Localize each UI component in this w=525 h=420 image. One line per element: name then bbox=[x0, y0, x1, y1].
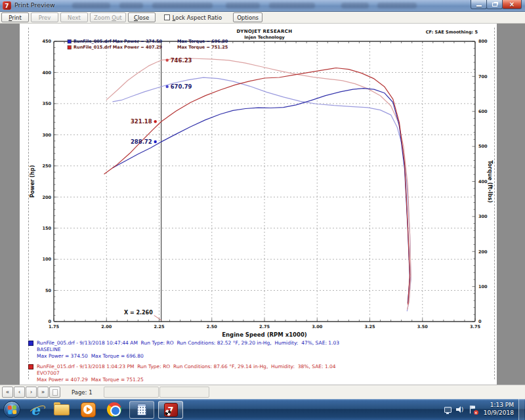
statusbar: « ‹ › » Page: 1 bbox=[0, 385, 525, 399]
x-axis-title: Engine Speed (RPM x1000) bbox=[222, 331, 307, 338]
svg-text:0: 0 bbox=[478, 319, 482, 324]
lock-aspect-checkbox[interactable] bbox=[164, 14, 170, 20]
svg-text:250: 250 bbox=[42, 163, 51, 169]
taskbar-dynojet-button[interactable]: 7 bbox=[158, 401, 183, 419]
svg-text:1.75: 1.75 bbox=[49, 324, 60, 329]
run-line: RunFile_015.drf - 9/13/2018 1:04:23 PM R… bbox=[37, 364, 336, 370]
app-icon: 7 bbox=[3, 1, 11, 10]
svg-text:288.72: 288.72 bbox=[131, 138, 152, 145]
close-preview-button[interactable]: Close bbox=[128, 12, 156, 22]
print-preview-window: 7 Print Preview × Print Prev Next Zoom O… bbox=[0, 0, 525, 399]
svg-text:500: 500 bbox=[478, 144, 488, 149]
svg-text:600: 600 bbox=[478, 109, 488, 114]
window-title: Print Preview bbox=[14, 1, 55, 9]
svg-text:3.25: 3.25 bbox=[364, 324, 375, 329]
svg-text:3.50: 3.50 bbox=[417, 324, 429, 329]
series-runfile_005-power bbox=[113, 89, 410, 303]
gridlines bbox=[54, 41, 475, 322]
run-evo-swatch bbox=[28, 364, 33, 369]
svg-text:670.79: 670.79 bbox=[171, 83, 192, 90]
close-icon: × bbox=[509, 1, 514, 8]
run-line: Max Power = 407.29 Max Torque = 751.25 bbox=[37, 377, 336, 383]
minimize-icon bbox=[476, 5, 482, 7]
tray-volume-icon[interactable]: ) bbox=[456, 406, 465, 413]
run-info-list: RunFile_005.drf - 9/13/2018 10:47:44 AM … bbox=[28, 340, 339, 385]
maximize-button[interactable] bbox=[486, 0, 503, 9]
run-line: Max Power = 374.50 Max Torque = 696.80 bbox=[37, 353, 339, 360]
svg-text:200: 200 bbox=[42, 195, 51, 200]
toolbar: Print Prev Next Zoom Out Close Lock Aspe… bbox=[0, 12, 525, 24]
tray-clock-date: 10/9/2018 bbox=[484, 410, 514, 417]
svg-text:150: 150 bbox=[42, 226, 51, 231]
titlebar: 7 Print Preview × bbox=[0, 0, 525, 12]
calculator-icon bbox=[137, 404, 146, 415]
page-setup-button[interactable] bbox=[49, 387, 60, 398]
taskbar-explorer-icon[interactable] bbox=[51, 400, 73, 419]
svg-text:Max Torque = 696.80: Max Torque = 696.80 bbox=[177, 39, 228, 44]
tray-monitor-icon[interactable] bbox=[444, 407, 452, 413]
taskbar-internet-explorer-icon[interactable]: e bbox=[24, 400, 47, 419]
folder-icon bbox=[54, 404, 70, 415]
axis-ticks bbox=[54, 41, 475, 322]
svg-text:400: 400 bbox=[42, 70, 51, 75]
page-indicator: Page: 1 bbox=[72, 389, 93, 396]
svg-text:2.50: 2.50 bbox=[207, 324, 218, 329]
minimize-button[interactable] bbox=[471, 0, 487, 9]
tray-clock[interactable]: 1:13 PM 10/9/2018 bbox=[484, 402, 514, 417]
report-page: DYNOJET RESEARCH Injen Technology CF: SA… bbox=[20, 24, 497, 385]
svg-text:2.00: 2.00 bbox=[101, 324, 112, 329]
series-runfile_015-torque bbox=[106, 58, 411, 309]
series-runfile_005-torque bbox=[113, 77, 411, 311]
tray-action-center-icon[interactable]: × bbox=[469, 406, 477, 414]
show-desktop-button[interactable] bbox=[518, 399, 524, 420]
prev-button[interactable]: Prev bbox=[31, 12, 58, 22]
lock-aspect-ratio-control: Lock Aspect Ratio bbox=[164, 14, 222, 21]
ie-icon: e bbox=[31, 402, 39, 418]
lock-aspect-label: Lock Aspect Ratio bbox=[173, 14, 222, 21]
run-line: RunFile_005.drf - 9/13/2018 10:47:44 AM … bbox=[37, 340, 339, 346]
run-info-baseline: RunFile_005.drf - 9/13/2018 10:47:44 AM … bbox=[28, 340, 339, 360]
zoom-out-button[interactable]: Zoom Out bbox=[90, 12, 126, 22]
svg-text:0: 0 bbox=[48, 319, 51, 324]
axis-labels: 1.752.002.252.502.753.003.253.503.750501… bbox=[42, 39, 488, 329]
print-button[interactable]: Print bbox=[1, 12, 29, 22]
system-tray: ) × 1:13 PM 10/9/2018 bbox=[444, 399, 525, 420]
taskbar-calculator-button[interactable] bbox=[129, 401, 154, 419]
svg-text:2.75: 2.75 bbox=[259, 324, 270, 329]
cursor-label-connector bbox=[154, 316, 161, 321]
status-panel bbox=[159, 387, 209, 398]
next-page-button[interactable]: › bbox=[26, 387, 37, 398]
preview-area: DYNOJET RESEARCH Injen Technology CF: SA… bbox=[0, 24, 525, 385]
dyno-chart: 1.752.002.252.502.753.003.253.503.750501… bbox=[20, 24, 497, 339]
svg-text:100: 100 bbox=[478, 284, 488, 289]
svg-text:3.00: 3.00 bbox=[312, 324, 323, 329]
taskbar: e 7 ) × 1:13 PM 10/9/2018 bbox=[0, 399, 525, 420]
last-page-button[interactable]: » bbox=[37, 387, 49, 398]
taskbar-media-player-icon[interactable] bbox=[77, 400, 99, 419]
next-button[interactable]: Next bbox=[60, 12, 88, 22]
svg-text:200: 200 bbox=[478, 249, 488, 255]
first-page-button[interactable]: « bbox=[2, 387, 13, 398]
options-button[interactable]: Options bbox=[233, 12, 262, 22]
run-line: EVO7007 bbox=[37, 370, 336, 377]
svg-text:800: 800 bbox=[478, 39, 488, 44]
right-axis-title: Torque (ft-lbs) bbox=[487, 160, 493, 203]
windows-logo-icon bbox=[7, 405, 16, 414]
screen: 7 Print Preview × Print Prev Next Zoom O… bbox=[0, 0, 525, 420]
close-window-button[interactable]: × bbox=[502, 0, 522, 9]
svg-text:746.23: 746.23 bbox=[171, 57, 192, 64]
page-icon bbox=[52, 389, 58, 396]
chrome-icon bbox=[107, 402, 121, 417]
svg-text:300: 300 bbox=[42, 133, 51, 138]
svg-text:450: 450 bbox=[42, 39, 51, 44]
status-panel bbox=[104, 387, 159, 398]
svg-text:2.25: 2.25 bbox=[154, 324, 165, 329]
taskbar-chrome-icon[interactable] bbox=[103, 400, 125, 419]
start-button[interactable] bbox=[3, 401, 20, 418]
run-baseline-swatch bbox=[28, 341, 33, 346]
svg-text:Max Torque = 751.25: Max Torque = 751.25 bbox=[177, 45, 228, 50]
svg-text:350: 350 bbox=[42, 101, 51, 106]
prev-page-button[interactable]: ‹ bbox=[14, 387, 25, 398]
window-controls: × bbox=[471, 0, 522, 9]
svg-text:700: 700 bbox=[478, 74, 488, 79]
